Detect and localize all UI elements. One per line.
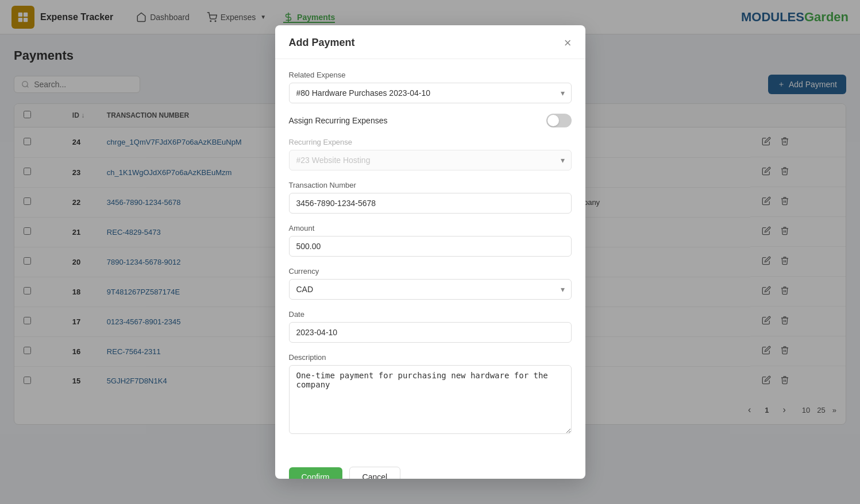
assign-recurring-row: Assign Recurring Expenses (289, 114, 572, 127)
recurring-expense-label: Recurring Expense (289, 138, 572, 146)
modal-title: Add Payment (289, 37, 355, 49)
date-label: Date (289, 310, 572, 319)
modal-header: Add Payment × (275, 25, 585, 59)
currency-group: Currency CAD USD EUR GBP ▾ (289, 267, 572, 300)
assign-recurring-label: Assign Recurring Expenses (289, 116, 388, 125)
related-expense-group: Related Expense #80 Hardware Purchases 2… (289, 71, 572, 103)
transaction-number-group: Transaction Number (289, 181, 572, 214)
assign-recurring-group: Assign Recurring Expenses (289, 114, 572, 127)
transaction-number-input[interactable] (289, 193, 572, 214)
related-expense-select[interactable]: #80 Hardware Purchases 2023-04-10 (289, 83, 572, 103)
add-payment-modal: Add Payment × Related Expense #80 Hardwa… (275, 25, 585, 439)
modal-body: Related Expense #80 Hardware Purchases 2… (275, 59, 585, 439)
description-label: Description (289, 353, 572, 362)
date-input[interactable] (289, 322, 572, 343)
amount-group: Amount (289, 224, 572, 257)
transaction-number-label: Transaction Number (289, 181, 572, 189)
currency-select[interactable]: CAD USD EUR GBP (289, 279, 572, 300)
recurring-expense-select[interactable]: #23 Website Hosting (289, 150, 572, 170)
description-group: Description One-time payment for purchas… (289, 353, 572, 436)
modal-overlay[interactable]: Add Payment × Related Expense #80 Hardwa… (0, 0, 860, 439)
recurring-expense-select-wrap: #23 Website Hosting ▾ (289, 150, 572, 170)
currency-select-wrap: CAD USD EUR GBP ▾ (289, 279, 572, 300)
related-expense-label: Related Expense (289, 71, 572, 79)
description-textarea[interactable]: One-time payment for purchasing new hard… (289, 365, 572, 434)
assign-recurring-toggle[interactable] (546, 114, 572, 127)
amount-label: Amount (289, 224, 572, 232)
modal-close-button[interactable]: × (564, 37, 572, 49)
date-group: Date (289, 310, 572, 343)
recurring-expense-group: Recurring Expense #23 Website Hosting ▾ (289, 138, 572, 170)
toggle-knob (547, 115, 559, 126)
related-expense-select-wrap: #80 Hardware Purchases 2023-04-10 ▾ (289, 83, 572, 103)
amount-input[interactable] (289, 236, 572, 257)
currency-label: Currency (289, 267, 572, 276)
